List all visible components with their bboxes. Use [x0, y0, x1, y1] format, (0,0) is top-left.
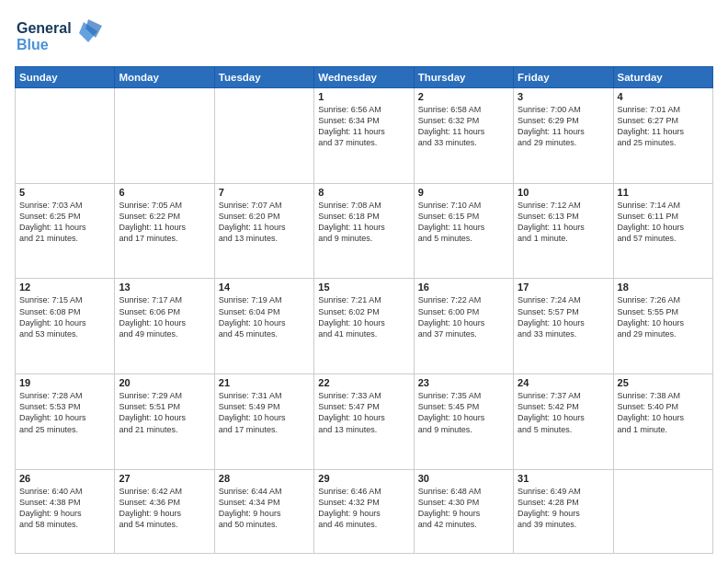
calendar-table: SundayMondayTuesdayWednesdayThursdayFrid…: [15, 66, 713, 554]
week-row-1: 1Sunrise: 6:56 AM Sunset: 6:34 PM Daylig…: [16, 88, 713, 184]
calendar-cell: 12Sunrise: 7:15 AM Sunset: 6:08 PM Dayli…: [16, 279, 115, 374]
day-info: Sunrise: 6:42 AM Sunset: 4:36 PM Dayligh…: [119, 486, 210, 531]
day-number: 19: [19, 377, 110, 388]
day-number: 23: [418, 377, 509, 388]
day-info: Sunrise: 7:08 AM Sunset: 6:18 PM Dayligh…: [318, 200, 409, 245]
day-number: 3: [518, 91, 609, 102]
day-info: Sunrise: 7:31 AM Sunset: 5:49 PM Dayligh…: [219, 390, 310, 435]
calendar-cell: 15Sunrise: 7:21 AM Sunset: 6:02 PM Dayli…: [314, 279, 414, 374]
weekday-header-saturday: Saturday: [613, 67, 712, 88]
week-row-3: 12Sunrise: 7:15 AM Sunset: 6:08 PM Dayli…: [16, 279, 713, 374]
calendar-cell: 2Sunrise: 6:58 AM Sunset: 6:32 PM Daylig…: [414, 88, 513, 184]
svg-text:Blue: Blue: [17, 37, 49, 52]
day-info: Sunrise: 7:33 AM Sunset: 5:47 PM Dayligh…: [318, 390, 409, 435]
day-number: 31: [518, 473, 609, 484]
day-info: Sunrise: 6:58 AM Sunset: 6:32 PM Dayligh…: [418, 104, 509, 149]
day-info: Sunrise: 7:07 AM Sunset: 6:20 PM Dayligh…: [219, 200, 310, 245]
weekday-header-thursday: Thursday: [414, 67, 513, 88]
day-info: Sunrise: 7:10 AM Sunset: 6:15 PM Dayligh…: [418, 200, 509, 245]
day-info: Sunrise: 7:01 AM Sunset: 6:27 PM Dayligh…: [618, 104, 709, 149]
calendar-cell: 4Sunrise: 7:01 AM Sunset: 6:27 PM Daylig…: [613, 88, 712, 184]
day-info: Sunrise: 7:24 AM Sunset: 5:57 PM Dayligh…: [518, 294, 609, 339]
day-info: Sunrise: 7:14 AM Sunset: 6:11 PM Dayligh…: [618, 200, 709, 245]
day-number: 24: [518, 377, 609, 388]
calendar-cell: 29Sunrise: 6:46 AM Sunset: 4:32 PM Dayli…: [314, 469, 414, 553]
week-row-2: 5Sunrise: 7:03 AM Sunset: 6:25 PM Daylig…: [16, 183, 713, 279]
calendar-cell: 30Sunrise: 6:48 AM Sunset: 4:30 PM Dayli…: [414, 469, 513, 553]
weekday-header-monday: Monday: [115, 67, 214, 88]
day-number: 26: [19, 473, 110, 484]
day-info: Sunrise: 7:21 AM Sunset: 6:02 PM Dayligh…: [318, 294, 409, 339]
page: General Blue SundayMondayTuesdayWednesda…: [0, 0, 728, 563]
day-info: Sunrise: 7:22 AM Sunset: 6:00 PM Dayligh…: [418, 294, 509, 339]
calendar-cell: 25Sunrise: 7:38 AM Sunset: 5:40 PM Dayli…: [613, 374, 712, 470]
calendar-cell: 11Sunrise: 7:14 AM Sunset: 6:11 PM Dayli…: [613, 183, 712, 279]
calendar-cell: 31Sunrise: 6:49 AM Sunset: 4:28 PM Dayli…: [514, 469, 613, 553]
calendar-cell: 21Sunrise: 7:31 AM Sunset: 5:49 PM Dayli…: [214, 374, 313, 470]
logo-icon: General Blue: [15, 15, 107, 55]
svg-text:General: General: [17, 20, 72, 36]
calendar-cell: 23Sunrise: 7:35 AM Sunset: 5:45 PM Dayli…: [414, 374, 513, 470]
week-row-4: 19Sunrise: 7:28 AM Sunset: 5:53 PM Dayli…: [16, 374, 713, 470]
day-number: 1: [318, 91, 409, 102]
calendar-cell: 3Sunrise: 7:00 AM Sunset: 6:29 PM Daylig…: [514, 88, 613, 184]
day-number: 11: [618, 187, 709, 198]
calendar-cell: 8Sunrise: 7:08 AM Sunset: 6:18 PM Daylig…: [314, 183, 414, 279]
calendar-cell: 20Sunrise: 7:29 AM Sunset: 5:51 PM Dayli…: [115, 374, 214, 470]
calendar-cell: 16Sunrise: 7:22 AM Sunset: 6:00 PM Dayli…: [414, 279, 513, 374]
calendar-cell: 26Sunrise: 6:40 AM Sunset: 4:38 PM Dayli…: [16, 469, 115, 553]
day-info: Sunrise: 7:26 AM Sunset: 5:55 PM Dayligh…: [618, 294, 709, 339]
calendar-cell: 22Sunrise: 7:33 AM Sunset: 5:47 PM Dayli…: [314, 374, 414, 470]
day-number: 9: [418, 187, 509, 198]
day-info: Sunrise: 6:44 AM Sunset: 4:34 PM Dayligh…: [219, 486, 310, 531]
week-row-5: 26Sunrise: 6:40 AM Sunset: 4:38 PM Dayli…: [16, 469, 713, 553]
day-info: Sunrise: 7:05 AM Sunset: 6:22 PM Dayligh…: [119, 200, 210, 245]
weekday-header-friday: Friday: [514, 67, 613, 88]
day-info: Sunrise: 7:17 AM Sunset: 6:06 PM Dayligh…: [119, 294, 210, 339]
weekday-header-tuesday: Tuesday: [214, 67, 313, 88]
day-info: Sunrise: 7:12 AM Sunset: 6:13 PM Dayligh…: [518, 200, 609, 245]
day-info: Sunrise: 7:37 AM Sunset: 5:42 PM Dayligh…: [518, 390, 609, 435]
day-info: Sunrise: 6:48 AM Sunset: 4:30 PM Dayligh…: [418, 486, 509, 531]
day-number: 18: [618, 282, 709, 293]
calendar-cell: [613, 469, 712, 553]
day-number: 17: [518, 282, 609, 293]
day-number: 8: [318, 187, 409, 198]
day-info: Sunrise: 7:35 AM Sunset: 5:45 PM Dayligh…: [418, 390, 509, 435]
day-number: 13: [119, 282, 210, 293]
calendar-cell: 18Sunrise: 7:26 AM Sunset: 5:55 PM Dayli…: [613, 279, 712, 374]
calendar-cell: [214, 88, 313, 184]
logo: General Blue: [15, 15, 107, 59]
calendar-cell: 17Sunrise: 7:24 AM Sunset: 5:57 PM Dayli…: [514, 279, 613, 374]
header: General Blue: [15, 15, 713, 59]
day-number: 16: [418, 282, 509, 293]
calendar-cell: 5Sunrise: 7:03 AM Sunset: 6:25 PM Daylig…: [16, 183, 115, 279]
day-info: Sunrise: 7:15 AM Sunset: 6:08 PM Dayligh…: [19, 294, 110, 339]
weekday-header-sunday: Sunday: [16, 67, 115, 88]
day-info: Sunrise: 6:56 AM Sunset: 6:34 PM Dayligh…: [318, 104, 409, 149]
weekday-header-row: SundayMondayTuesdayWednesdayThursdayFrid…: [16, 67, 713, 88]
calendar-cell: 6Sunrise: 7:05 AM Sunset: 6:22 PM Daylig…: [115, 183, 214, 279]
calendar-cell: 9Sunrise: 7:10 AM Sunset: 6:15 PM Daylig…: [414, 183, 513, 279]
day-number: 29: [318, 473, 409, 484]
weekday-header-wednesday: Wednesday: [314, 67, 414, 88]
day-number: 15: [318, 282, 409, 293]
day-number: 28: [219, 473, 310, 484]
day-number: 7: [219, 187, 310, 198]
day-number: 14: [219, 282, 310, 293]
calendar-cell: [16, 88, 115, 184]
day-number: 2: [418, 91, 509, 102]
day-number: 10: [518, 187, 609, 198]
day-number: 21: [219, 377, 310, 388]
calendar-cell: 28Sunrise: 6:44 AM Sunset: 4:34 PM Dayli…: [214, 469, 313, 553]
day-info: Sunrise: 7:03 AM Sunset: 6:25 PM Dayligh…: [19, 200, 110, 245]
day-info: Sunrise: 7:28 AM Sunset: 5:53 PM Dayligh…: [19, 390, 110, 435]
calendar-cell: 1Sunrise: 6:56 AM Sunset: 6:34 PM Daylig…: [314, 88, 414, 184]
day-info: Sunrise: 6:49 AM Sunset: 4:28 PM Dayligh…: [518, 486, 609, 531]
calendar-cell: 13Sunrise: 7:17 AM Sunset: 6:06 PM Dayli…: [115, 279, 214, 374]
calendar-cell: 19Sunrise: 7:28 AM Sunset: 5:53 PM Dayli…: [16, 374, 115, 470]
day-number: 12: [19, 282, 110, 293]
calendar-cell: [115, 88, 214, 184]
calendar-cell: 27Sunrise: 6:42 AM Sunset: 4:36 PM Dayli…: [115, 469, 214, 553]
day-number: 5: [19, 187, 110, 198]
